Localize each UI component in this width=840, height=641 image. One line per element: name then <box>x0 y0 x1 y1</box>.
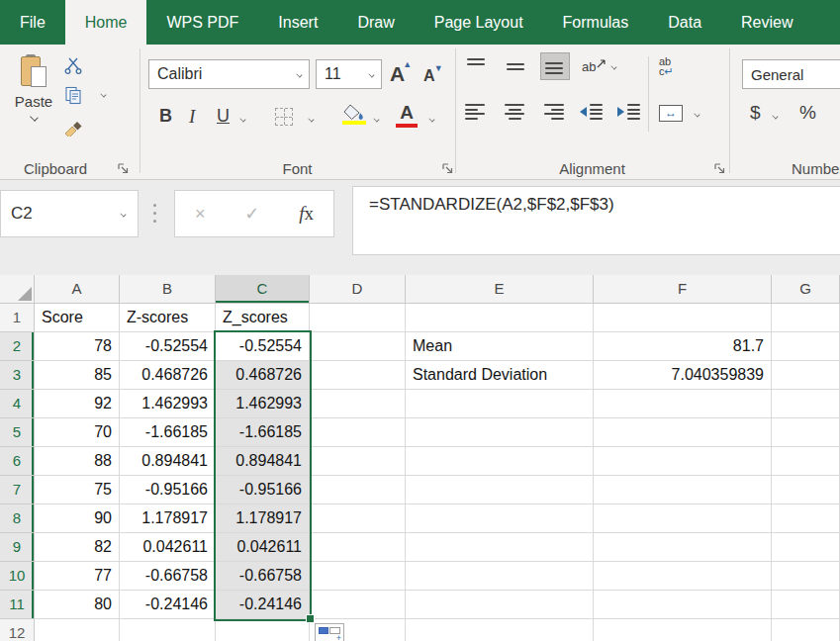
merge-center-button[interactable]: ↔ <box>659 105 683 122</box>
cell-E1[interactable] <box>406 304 594 332</box>
cut-button[interactable] <box>62 54 84 76</box>
cell-E9[interactable] <box>406 533 594 562</box>
cell-A6[interactable]: 88 <box>35 447 120 476</box>
cell-E4[interactable] <box>406 390 594 418</box>
copy-button[interactable] <box>62 84 84 106</box>
cell-D6[interactable] <box>310 447 406 476</box>
row-header-1[interactable]: 1 <box>0 304 35 332</box>
increase-font-size-button[interactable]: A▲ <box>390 62 405 86</box>
middle-align-button[interactable] <box>507 58 526 74</box>
cell-C10[interactable]: -0.66758 <box>216 562 310 591</box>
cell-A12[interactable] <box>35 619 120 641</box>
cell-E7[interactable] <box>406 476 594 504</box>
accounting-format-button[interactable]: $ <box>750 102 761 124</box>
formula-bar-resize-handle[interactable] <box>153 204 156 223</box>
cell-B3[interactable]: 0.468726 <box>120 361 216 390</box>
row-header-8[interactable]: 8 <box>0 504 35 533</box>
cell-C8[interactable]: 1.178917 <box>216 504 310 533</box>
align-center-button[interactable] <box>505 104 524 121</box>
cell-D10[interactable] <box>310 562 406 591</box>
tab-review[interactable]: Review <box>721 0 812 45</box>
cell-G10[interactable] <box>772 562 840 591</box>
tab-page-layout[interactable]: Page Layout <box>415 0 543 45</box>
column-header-E[interactable]: E <box>406 275 594 304</box>
cell-F6[interactable] <box>594 447 772 476</box>
tab-wps-pdf[interactable]: WPS PDF <box>146 0 258 45</box>
cell-D3[interactable] <box>310 361 406 390</box>
cell-G12[interactable] <box>772 619 840 641</box>
row-header-9[interactable]: 9 <box>0 533 35 562</box>
top-align-button[interactable] <box>467 58 487 74</box>
cell-A8[interactable]: 90 <box>35 504 120 533</box>
fill-handle[interactable] <box>306 614 315 623</box>
cell-A1[interactable]: Score <box>35 304 120 332</box>
cell-B8[interactable]: 1.178917 <box>120 504 216 533</box>
borders-dropdown-chevron[interactable] <box>308 116 314 122</box>
cell-A4[interactable]: 92 <box>35 390 120 418</box>
cell-C9[interactable]: 0.042611 <box>216 533 310 562</box>
column-header-C[interactable]: C <box>216 275 310 304</box>
cell-E3[interactable]: Standard Deviation <box>406 361 594 390</box>
cell-D2[interactable] <box>310 332 406 361</box>
cell-B4[interactable]: 1.462993 <box>120 390 216 418</box>
column-header-B[interactable]: B <box>120 275 216 304</box>
cell-G2[interactable] <box>772 332 840 361</box>
bottom-align-button[interactable] <box>540 52 570 80</box>
column-header-G[interactable]: G <box>772 275 840 304</box>
enter-icon[interactable]: ✓ <box>244 203 259 225</box>
paste-dropdown-chevron[interactable] <box>30 113 39 122</box>
merge-center-chevron[interactable] <box>694 111 700 117</box>
cell-E6[interactable] <box>406 447 594 476</box>
cell-C1[interactable]: Z_scores <box>216 304 310 332</box>
cell-A11[interactable]: 80 <box>35 591 120 619</box>
tab-insert[interactable]: Insert <box>258 0 337 45</box>
fill-color-button[interactable] <box>342 104 368 125</box>
row-header-2[interactable]: 2 <box>0 332 35 361</box>
cell-D4[interactable] <box>310 390 406 418</box>
cell-G1[interactable] <box>772 304 840 332</box>
cell-D9[interactable] <box>310 533 406 562</box>
cell-F3[interactable]: 7.040359839 <box>594 361 772 390</box>
cell-B10[interactable]: -0.66758 <box>120 562 216 591</box>
row-header-6[interactable]: 6 <box>0 447 35 476</box>
cell-G9[interactable] <box>772 533 840 562</box>
cell-E5[interactable] <box>406 418 594 447</box>
cell-D7[interactable] <box>310 476 406 504</box>
wrap-text-button[interactable]: ab c↵ <box>659 56 674 76</box>
cell-E8[interactable] <box>406 504 594 533</box>
cell-G4[interactable] <box>772 390 840 418</box>
orientation-chevron[interactable] <box>610 63 616 69</box>
row-header-5[interactable]: 5 <box>0 418 35 447</box>
cell-B1[interactable]: Z-scores <box>120 304 216 332</box>
cell-D8[interactable] <box>310 504 406 533</box>
cell-F11[interactable] <box>594 591 772 619</box>
decrease-indent-button[interactable] <box>580 104 603 120</box>
font-color-chevron[interactable] <box>428 116 434 122</box>
cell-A5[interactable]: 70 <box>35 418 120 447</box>
cell-E2[interactable]: Mean <box>406 332 594 361</box>
tab-draw[interactable]: Draw <box>337 0 414 45</box>
cell-D11[interactable] <box>310 591 406 619</box>
fill-color-chevron[interactable] <box>373 116 379 122</box>
cell-F9[interactable] <box>594 533 772 562</box>
cell-F12[interactable] <box>594 619 772 641</box>
cell-A9[interactable]: 82 <box>35 533 120 562</box>
row-header-7[interactable]: 7 <box>0 476 35 504</box>
cell-B5[interactable]: -1.66185 <box>120 418 216 447</box>
cell-E10[interactable] <box>406 562 594 591</box>
format-painter-button[interactable] <box>62 116 84 137</box>
cell-F7[interactable] <box>594 476 772 504</box>
cell-B9[interactable]: 0.042611 <box>120 533 216 562</box>
percent-style-button[interactable]: % <box>799 102 816 124</box>
column-header-D[interactable]: D <box>310 275 406 304</box>
font-name-combo[interactable]: Calibri <box>148 59 310 89</box>
row-header-11[interactable]: 11 <box>0 591 35 619</box>
row-header-12[interactable]: 12 <box>0 619 35 641</box>
cell-D5[interactable] <box>310 418 406 447</box>
cell-C4[interactable]: 1.462993 <box>216 390 310 418</box>
clipboard-dialog-launcher[interactable] <box>117 161 131 175</box>
tab-home[interactable]: Home <box>65 0 147 45</box>
cell-D1[interactable] <box>310 304 406 332</box>
cell-C2[interactable]: -0.52554 <box>216 332 310 361</box>
underline-dropdown-chevron[interactable] <box>239 116 245 122</box>
